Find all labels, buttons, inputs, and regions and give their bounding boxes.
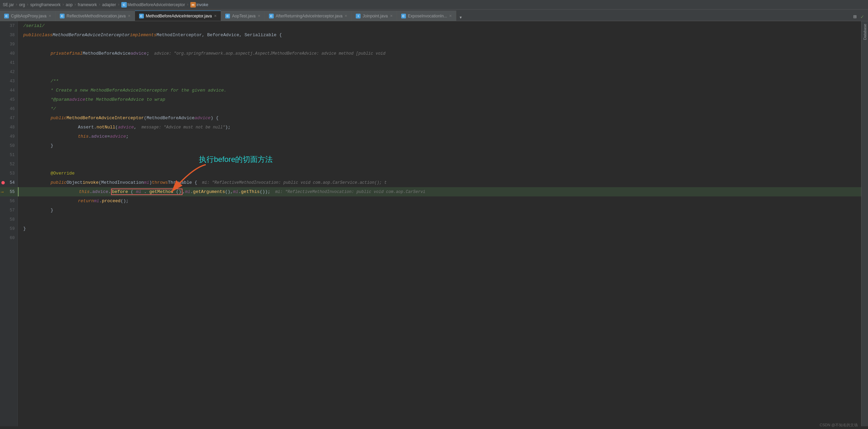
code-55-hint: mi: "ReflectiveMethodInvocation: public … xyxy=(270,190,425,194)
code-48-method: notNull xyxy=(97,125,116,130)
breadcrumb-sep-4: › xyxy=(98,2,101,7)
code-48-hint: message: "Advice must not be null" xyxy=(137,125,225,130)
code-38-types: MethodInterceptor, BeforeAdvice, Seriali… xyxy=(157,32,282,38)
code-49-semi: ; xyxy=(126,134,128,139)
code-49-param: advice xyxy=(110,134,126,139)
tab-aoptest[interactable]: C AopTest.java ✕ xyxy=(221,11,265,21)
code-47-param: advice xyxy=(194,115,211,121)
breadcrumb-sep-1: › xyxy=(26,2,29,7)
right-side-panel: Database xyxy=(861,21,868,426)
line-gutter: 37 38 39 40 41 42 43 44 45 xyxy=(0,21,18,426)
line-num-45: 45 xyxy=(10,97,15,102)
line-num-44: 44 xyxy=(10,88,15,93)
code-line-49: this . advice = advice ; xyxy=(18,132,861,141)
breadcrumb-bar: SE.jar › org › springframework › aop › f… xyxy=(0,0,868,10)
breadcrumb-aop[interactable]: aop xyxy=(66,2,72,7)
tab-aoptest-close[interactable]: ✕ xyxy=(258,14,260,18)
line-num-48: 48 xyxy=(10,125,15,130)
execution-arrow: → xyxy=(1,189,3,195)
code-55-getargs: getArguments xyxy=(193,189,225,194)
breadcrumb-sep-0: › xyxy=(15,2,18,7)
code-line-55: this . advice . before ( mi . getMethod … xyxy=(18,187,861,196)
gutter-line-49: 49 xyxy=(0,132,17,141)
gutter-line-54: 54 xyxy=(0,178,17,187)
code-38-classname: MethodBeforeAdviceInterceptor xyxy=(53,32,130,38)
code-55-semi: ; xyxy=(268,189,270,194)
tab-afterreturning[interactable]: C AfterReturningAdviceInterceptor.java ✕ xyxy=(265,11,352,21)
tab-methodbefore[interactable]: C MethodBeforeAdviceInterceptor.java ✕ xyxy=(135,11,221,21)
code-editor[interactable]: /serial/ public class MethodBeforeAdvice… xyxy=(18,21,861,426)
code-55-dot3: . xyxy=(144,189,147,194)
breadcrumb-sep-5: › xyxy=(118,2,120,7)
code-40-hint: advice: "org.springframework.aop.aspectj… xyxy=(149,51,385,56)
tab-cglib[interactable]: C CglibAopProxy.java ✕ xyxy=(0,11,56,21)
code-55-paren1: () xyxy=(176,189,181,194)
tab-afterreturning-icon: C xyxy=(269,14,274,18)
code-line-39 xyxy=(18,40,861,49)
line-num-60: 60 xyxy=(10,236,15,240)
code-48-assert: Assert. xyxy=(78,125,97,130)
code-47-open: ( xyxy=(144,115,147,121)
tab-more-button[interactable]: ▾ xyxy=(456,14,465,21)
gutter-line-45: 45 xyxy=(0,95,17,104)
breadcrumb-class[interactable]: MethodBeforeAdviceInterceptor xyxy=(127,2,185,7)
check-icon[interactable]: ✓ xyxy=(859,13,865,21)
breadcrumb-se-jar[interactable]: SE.jar xyxy=(3,2,14,7)
breadcrumb-framework[interactable]: framework xyxy=(78,2,97,7)
gutter-line-39: 39 xyxy=(0,40,17,49)
line-num-51: 51 xyxy=(10,153,15,157)
code-line-46: */ xyxy=(18,104,861,113)
line-num-52: 52 xyxy=(10,162,15,167)
line-num-40: 40 xyxy=(10,51,15,56)
indent-44 xyxy=(23,88,51,93)
tab-reflective-close[interactable]: ✕ xyxy=(128,14,131,18)
gutter-line-43: 43 xyxy=(0,77,17,86)
code-line-54: public Object invoke ( MethodInvocation … xyxy=(18,178,861,187)
tab-cglib-close[interactable]: ✕ xyxy=(49,14,51,18)
line-num-59: 59 xyxy=(10,226,15,231)
gutter-line-56: 56 xyxy=(0,196,17,206)
tab-methodbefore-close[interactable]: ✕ xyxy=(214,14,217,18)
code-40-field: advice xyxy=(131,51,147,56)
line-num-43: 43 xyxy=(10,79,15,84)
tab-expose-close[interactable]: ✕ xyxy=(449,14,452,18)
breadcrumb-method-icon: m xyxy=(190,2,196,8)
database-label[interactable]: Database xyxy=(863,24,867,40)
tab-expose[interactable]: C ExposeInvocationIn... ✕ xyxy=(397,11,457,21)
code-55-getthis: getThis xyxy=(241,189,260,194)
indent-45 xyxy=(23,97,51,102)
line-num-53: 53 xyxy=(10,171,15,176)
code-55-dot4: . xyxy=(190,189,193,194)
tab-joinpoint-close[interactable]: ✕ xyxy=(390,14,393,18)
line-num-47: 47 xyxy=(10,116,15,121)
indent-43 xyxy=(23,79,51,84)
tab-joinpoint-label: Joinpoint.java xyxy=(363,14,388,18)
breadcrumb-method[interactable]: invoke xyxy=(196,2,208,7)
breadcrumb-org[interactable]: org xyxy=(19,2,25,7)
tab-reflective[interactable]: C ReflectiveMethodInvocation.java ✕ xyxy=(56,11,135,21)
breadcrumb-springframework[interactable]: springframework xyxy=(30,2,60,7)
code-line-60 xyxy=(18,233,861,243)
code-line-44: * Create a new MethodBeforeAdviceInterce… xyxy=(18,86,861,95)
line-num-50: 50 xyxy=(10,143,15,148)
line-num-54: 54 xyxy=(10,180,15,185)
code-38-class: class xyxy=(39,32,53,38)
code-54-mi: mi xyxy=(144,180,149,185)
code-48-paren: ( xyxy=(115,125,118,130)
indent-46 xyxy=(23,106,51,111)
tab-methodbefore-label: MethodBeforeAdviceInterceptor.java xyxy=(146,14,212,18)
tab-cglib-icon: C xyxy=(4,14,9,18)
code-55-dot5: . xyxy=(238,189,241,194)
code-57-brace: } xyxy=(51,208,53,213)
code-49-field: advice xyxy=(91,134,107,139)
code-49-this: this xyxy=(78,134,89,139)
code-40-type: MethodBeforeAdvice xyxy=(83,51,131,56)
gutter-line-57: 57 xyxy=(0,206,17,215)
tab-afterreturning-close[interactable]: ✕ xyxy=(344,14,347,18)
code-48-comma: , xyxy=(134,125,137,130)
tab-joinpoint[interactable]: I Joinpoint.java ✕ xyxy=(352,11,397,21)
layout-icon[interactable]: ⊞ xyxy=(852,13,858,21)
code-40-final: final xyxy=(69,51,83,56)
bottom-status-bar: CSDN @不知名的文场 xyxy=(820,421,858,429)
breadcrumb-adapter[interactable]: adapter xyxy=(102,2,116,7)
